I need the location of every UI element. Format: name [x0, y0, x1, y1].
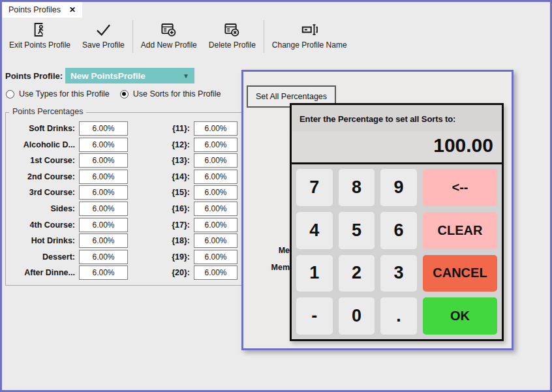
toolbar-separator — [132, 20, 133, 53]
percentage-row-label: Hot Drinks: — [7, 236, 75, 245]
radio-label: Use Sorts for this Profile — [133, 89, 221, 98]
toolbar-label: Save Profile — [82, 40, 125, 50]
points-percentages-title: Points Percentages — [9, 107, 86, 116]
percentage-row: {15}:6.00% — [153, 185, 238, 200]
percentage-row: 3rd Course:6.00% — [7, 185, 128, 200]
keypad-dialog: Enter the Percentage to set all Sorts to… — [290, 103, 504, 341]
percentage-row-label: {18}: — [153, 236, 190, 245]
percentage-row-label: {14}: — [153, 172, 190, 181]
percentage-row-label: Dessert: — [7, 252, 75, 262]
percentage-row-label: {19}: — [153, 252, 190, 262]
percentage-row: {13}:6.00% — [153, 153, 238, 168]
toolbar-change-profile-name[interactable]: Change Profile Name — [266, 18, 353, 57]
percentage-row: {12}:6.00% — [153, 138, 238, 152]
key-2[interactable]: 2 — [339, 255, 375, 292]
key-0[interactable]: 0 — [339, 297, 375, 335]
radio-use-sorts[interactable]: Use Sorts for this Profile — [120, 89, 221, 98]
percentage-field[interactable]: 6.00% — [79, 234, 128, 248]
chevron-down-icon: ▼ — [183, 72, 189, 80]
toolbar-save-profile[interactable]: Save Profile — [76, 18, 130, 57]
key-8[interactable]: 8 — [339, 169, 375, 206]
percentage-field[interactable]: 6.00% — [79, 121, 128, 136]
percentage-field[interactable]: 6.00% — [194, 202, 238, 216]
percentage-row-label: After Dinne... — [7, 268, 75, 277]
percentages-column-right: {11}:6.00%{12}:6.00%{13}:6.00%{14}:6.00%… — [153, 121, 238, 282]
radio-use-types[interactable]: Use Types for this Profile — [6, 89, 110, 98]
percentage-row-label: Soft Drinks: — [7, 124, 75, 133]
close-icon[interactable]: ✕ — [69, 5, 76, 14]
key-4[interactable]: 4 — [296, 212, 333, 249]
tab-points-profiles[interactable]: Points Profiles ✕ — [2, 2, 82, 18]
percentage-field[interactable]: 6.00% — [194, 250, 238, 264]
profile-mode-radio-group: Use Types for this ProfileUse Sorts for … — [6, 89, 231, 98]
percentage-field[interactable]: 6.00% — [194, 153, 238, 168]
clipped-label-mem: Mem — [243, 263, 290, 272]
points-profile-label: Points Profile: — [5, 71, 63, 81]
toolbar-label: Exit Points Profile — [9, 40, 70, 50]
percentage-row: Sides:6.00% — [7, 202, 128, 216]
percentage-field[interactable]: 6.00% — [79, 153, 128, 168]
percentage-field[interactable]: 6.00% — [79, 250, 128, 264]
percentage-row: {14}:6.00% — [153, 170, 238, 184]
percentage-row: 4th Course:6.00% — [7, 218, 128, 232]
toolbar-label: Add New Profile — [141, 40, 197, 50]
tab-title: Points Profiles — [8, 5, 61, 14]
radio-circle-icon — [120, 90, 129, 98]
keypad-dialog-prompt: Enter the Percentage to set all Sorts to… — [292, 105, 502, 131]
toolbar-exit-points-profile[interactable]: Exit Points Profile — [3, 18, 76, 57]
percentage-row: {11}:6.00% — [153, 121, 238, 136]
percentage-field[interactable]: 6.00% — [194, 170, 238, 184]
key-decimal[interactable]: . — [380, 297, 417, 335]
percentage-row-label: {20}: — [153, 268, 190, 277]
key-7[interactable]: 7 — [296, 169, 333, 206]
percentage-row-label: Sides: — [7, 204, 75, 213]
key-minus[interactable]: - — [296, 297, 333, 335]
percentage-row-label: 2nd Course: — [7, 172, 75, 181]
toolbar-add-new-profile[interactable]: Add New Profile — [135, 18, 203, 57]
percentage-row: {20}:6.00% — [153, 265, 238, 280]
rename-icon — [301, 21, 318, 38]
key-cancel[interactable]: CANCEL — [423, 255, 497, 292]
points-percentages-group: Points Percentages Soft Drinks:6.00%Alco… — [5, 112, 243, 286]
percentage-row: {19}:6.00% — [153, 250, 238, 264]
percentage-field[interactable]: 6.00% — [79, 202, 128, 216]
percentage-row: Soft Drinks:6.00% — [7, 121, 128, 136]
percentage-row-label: {11}: — [153, 124, 190, 133]
percentage-field[interactable]: 6.00% — [79, 218, 128, 232]
key-6[interactable]: 6 — [380, 212, 417, 249]
percentage-row-label: 1st Course: — [7, 156, 75, 165]
percentage-row-label: 3rd Course: — [7, 188, 75, 197]
percentage-field[interactable]: 6.00% — [194, 121, 238, 136]
key-1[interactable]: 1 — [296, 255, 333, 292]
key-clear[interactable]: CLEAR — [423, 212, 497, 249]
key-5[interactable]: 5 — [339, 212, 375, 249]
points-profile-dropdown[interactable]: New PointsProfile ▼ — [65, 68, 194, 83]
key-backspace[interactable]: <-- — [423, 169, 497, 206]
percentage-row: 2nd Course:6.00% — [7, 170, 128, 184]
percentage-field[interactable]: 6.00% — [79, 138, 128, 152]
percentage-field[interactable]: 6.00% — [194, 265, 238, 280]
points-profiles-window: Points Profiles ✕ Exit Points ProfileSav… — [0, 0, 552, 392]
percentage-row: {16}:6.00% — [153, 202, 238, 216]
percentage-field[interactable]: 6.00% — [194, 138, 238, 152]
percentage-row-label: 4th Course: — [7, 220, 75, 230]
percentage-field[interactable]: 6.00% — [79, 185, 128, 200]
percentage-field[interactable]: 6.00% — [194, 218, 238, 232]
keypad: 789<--456CLEAR123CANCEL-0.OK — [292, 164, 502, 339]
toolbar-delete-profile[interactable]: Delete Profile — [203, 18, 262, 57]
toolbar-separator — [264, 20, 264, 53]
key-3[interactable]: 3 — [380, 255, 417, 292]
toolbar: Exit Points ProfileSave ProfileAdd New P… — [3, 18, 353, 57]
percentage-field[interactable]: 6.00% — [194, 185, 238, 200]
percentage-row-label: {16}: — [153, 204, 190, 213]
percentage-row-label: {13}: — [153, 156, 190, 165]
clipped-label-me: Me — [243, 246, 290, 255]
key-ok[interactable]: OK — [423, 297, 497, 335]
percentage-row: Hot Drinks:6.00% — [7, 234, 128, 248]
percentage-field[interactable]: 6.00% — [79, 265, 128, 280]
percentage-row-label: {12}: — [153, 140, 190, 149]
percentage-field[interactable]: 6.00% — [194, 234, 238, 248]
percentage-field[interactable]: 6.00% — [79, 170, 128, 184]
key-9[interactable]: 9 — [380, 169, 417, 206]
radio-label: Use Types for this Profile — [19, 89, 110, 98]
